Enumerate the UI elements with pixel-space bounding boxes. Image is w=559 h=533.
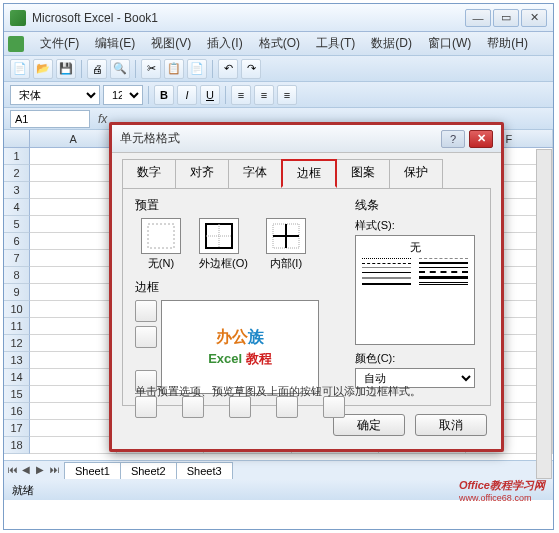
cell[interactable] bbox=[30, 403, 117, 420]
new-icon[interactable]: 📄 bbox=[10, 59, 30, 79]
menu-format[interactable]: 格式(O) bbox=[251, 32, 308, 55]
vertical-scrollbar[interactable] bbox=[536, 149, 552, 479]
border-diag-up-button[interactable] bbox=[135, 396, 157, 418]
sheet-tab-1[interactable]: Sheet1 bbox=[64, 462, 121, 479]
row-header[interactable]: 18 bbox=[4, 437, 30, 454]
border-top-button[interactable] bbox=[135, 300, 157, 322]
row-header[interactable]: 13 bbox=[4, 352, 30, 369]
select-all-corner[interactable] bbox=[4, 130, 30, 147]
tab-nav-next-icon[interactable]: ▶ bbox=[36, 464, 50, 478]
bold-icon[interactable]: B bbox=[154, 85, 174, 105]
cell[interactable] bbox=[30, 284, 117, 301]
row-header[interactable]: 11 bbox=[4, 318, 30, 335]
italic-icon[interactable]: I bbox=[177, 85, 197, 105]
maximize-button[interactable]: ▭ bbox=[493, 9, 519, 27]
row-header[interactable]: 1 bbox=[4, 148, 30, 165]
save-icon[interactable]: 💾 bbox=[56, 59, 76, 79]
align-right-icon[interactable]: ≡ bbox=[277, 85, 297, 105]
redo-icon[interactable]: ↷ bbox=[241, 59, 261, 79]
row-header[interactable]: 12 bbox=[4, 335, 30, 352]
tab-border[interactable]: 边框 bbox=[281, 159, 337, 188]
menu-insert[interactable]: 插入(I) bbox=[199, 32, 250, 55]
row-header[interactable]: 2 bbox=[4, 165, 30, 182]
row-header[interactable]: 15 bbox=[4, 386, 30, 403]
menu-view[interactable]: 视图(V) bbox=[143, 32, 199, 55]
border-left-button[interactable] bbox=[182, 396, 204, 418]
fx-icon[interactable]: fx bbox=[98, 112, 107, 126]
minimize-button[interactable]: — bbox=[465, 9, 491, 27]
cell[interactable] bbox=[30, 437, 117, 454]
cell[interactable] bbox=[30, 216, 117, 233]
border-diag-down-button[interactable] bbox=[323, 396, 345, 418]
row-header[interactable]: 10 bbox=[4, 301, 30, 318]
cell[interactable] bbox=[30, 148, 117, 165]
row-header[interactable]: 17 bbox=[4, 420, 30, 437]
cell[interactable] bbox=[30, 250, 117, 267]
row-header[interactable]: 14 bbox=[4, 369, 30, 386]
sheet-tab-2[interactable]: Sheet2 bbox=[120, 462, 177, 479]
tab-protection[interactable]: 保护 bbox=[389, 159, 443, 188]
tab-alignment[interactable]: 对齐 bbox=[175, 159, 229, 188]
row-header[interactable]: 5 bbox=[4, 216, 30, 233]
row-header[interactable]: 8 bbox=[4, 267, 30, 284]
cell[interactable] bbox=[30, 233, 117, 250]
print-icon[interactable]: 🖨 bbox=[87, 59, 107, 79]
row-header[interactable]: 9 bbox=[4, 284, 30, 301]
cut-icon[interactable]: ✂ bbox=[141, 59, 161, 79]
tab-nav-first-icon[interactable]: ⏮ bbox=[8, 464, 22, 478]
status-text: 就绪 bbox=[12, 483, 34, 498]
sheet-tab-3[interactable]: Sheet3 bbox=[176, 462, 233, 479]
line-style-list[interactable]: 无 bbox=[355, 235, 475, 345]
cell[interactable] bbox=[30, 267, 117, 284]
menu-window[interactable]: 窗口(W) bbox=[420, 32, 479, 55]
cell[interactable] bbox=[30, 352, 117, 369]
cell[interactable] bbox=[30, 182, 117, 199]
dialog-title-bar[interactable]: 单元格格式 ? ✕ bbox=[112, 125, 501, 153]
font-size-select[interactable]: 12 bbox=[103, 85, 143, 105]
cell[interactable] bbox=[30, 165, 117, 182]
cell[interactable] bbox=[30, 386, 117, 403]
copy-icon[interactable]: 📋 bbox=[164, 59, 184, 79]
border-middle-v-button[interactable] bbox=[229, 396, 251, 418]
dialog-close-button[interactable]: ✕ bbox=[469, 130, 493, 148]
tab-nav-prev-icon[interactable]: ◀ bbox=[22, 464, 36, 478]
paste-icon[interactable]: 📄 bbox=[187, 59, 207, 79]
preset-inside-button[interactable] bbox=[266, 218, 306, 254]
col-header-a[interactable]: A bbox=[30, 130, 117, 147]
cancel-button[interactable]: 取消 bbox=[415, 414, 487, 436]
cell[interactable] bbox=[30, 335, 117, 352]
cell[interactable] bbox=[30, 301, 117, 318]
menu-help[interactable]: 帮助(H) bbox=[479, 32, 536, 55]
close-button[interactable]: ✕ bbox=[521, 9, 547, 27]
preset-none-button[interactable] bbox=[141, 218, 181, 254]
row-header[interactable]: 7 bbox=[4, 250, 30, 267]
align-left-icon[interactable]: ≡ bbox=[231, 85, 251, 105]
border-middle-h-button[interactable] bbox=[135, 326, 157, 348]
undo-icon[interactable]: ↶ bbox=[218, 59, 238, 79]
menu-data[interactable]: 数据(D) bbox=[363, 32, 420, 55]
open-icon[interactable]: 📂 bbox=[33, 59, 53, 79]
menu-tools[interactable]: 工具(T) bbox=[308, 32, 363, 55]
tab-nav-last-icon[interactable]: ⏭ bbox=[50, 464, 64, 478]
tab-pattern[interactable]: 图案 bbox=[336, 159, 390, 188]
row-header[interactable]: 4 bbox=[4, 199, 30, 216]
dialog-help-button[interactable]: ? bbox=[441, 130, 465, 148]
cell[interactable] bbox=[30, 369, 117, 386]
underline-icon[interactable]: U bbox=[200, 85, 220, 105]
name-box[interactable] bbox=[10, 110, 90, 128]
cell[interactable] bbox=[30, 318, 117, 335]
tab-font[interactable]: 字体 bbox=[228, 159, 282, 188]
menu-file[interactable]: 文件(F) bbox=[32, 32, 87, 55]
border-right-button[interactable] bbox=[276, 396, 298, 418]
cell[interactable] bbox=[30, 420, 117, 437]
align-center-icon[interactable]: ≡ bbox=[254, 85, 274, 105]
cell[interactable] bbox=[30, 199, 117, 216]
row-header[interactable]: 6 bbox=[4, 233, 30, 250]
row-header[interactable]: 16 bbox=[4, 403, 30, 420]
row-header[interactable]: 3 bbox=[4, 182, 30, 199]
preset-outline-button[interactable] bbox=[199, 218, 239, 254]
tab-number[interactable]: 数字 bbox=[122, 159, 176, 188]
preview-icon[interactable]: 🔍 bbox=[110, 59, 130, 79]
font-name-select[interactable]: 宋体 bbox=[10, 85, 100, 105]
menu-edit[interactable]: 编辑(E) bbox=[87, 32, 143, 55]
